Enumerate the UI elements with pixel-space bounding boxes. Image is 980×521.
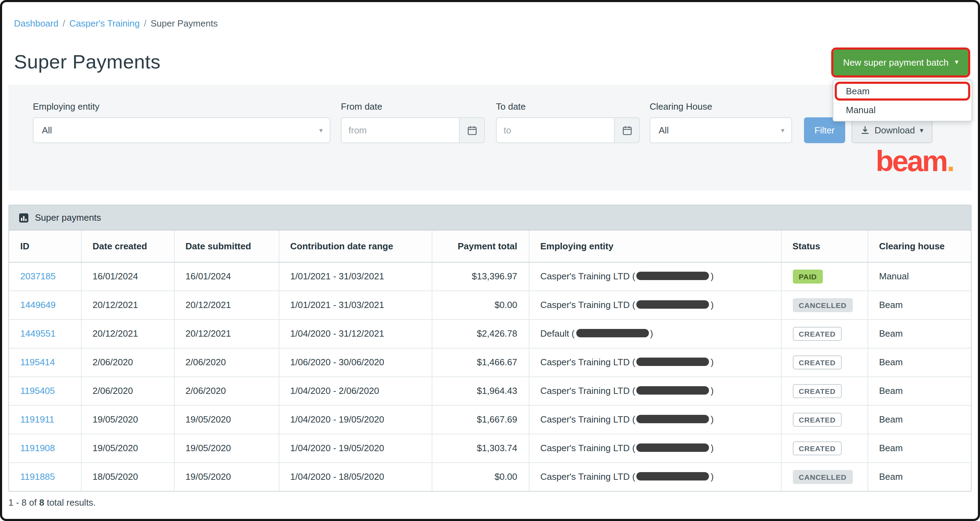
entity-text: Casper's Training LTD (: [540, 443, 635, 453]
cell-clearing-house: Beam: [867, 405, 971, 434]
cell-date-submitted: 19/05/2020: [174, 462, 279, 491]
col-header-contribution-range: Contribution date range: [279, 230, 432, 262]
payment-id-link[interactable]: 1195414: [20, 357, 55, 367]
new-batch-dropdown-menu: Beam Manual: [833, 79, 972, 121]
breadcrumb-separator: /: [144, 18, 146, 29]
payment-id-link[interactable]: 1191911: [20, 414, 54, 425]
breadcrumb: Dashboard/Casper's Training/Super Paymen…: [0, 0, 980, 29]
status-badge: CREATED: [792, 441, 842, 455]
from-date-input[interactable]: [341, 118, 459, 143]
table-panel-title: Super payments: [35, 212, 101, 223]
breadcrumb-separator: /: [62, 18, 65, 29]
col-header-date-submitted: Date submitted: [174, 230, 279, 262]
table-row: 1449649 20/12/2021 20/12/2021 1/01/2021 …: [9, 291, 971, 319]
clearing-house-value: All: [659, 125, 669, 135]
status-badge: CREATED: [792, 412, 842, 426]
results-total-count: 8: [39, 497, 44, 508]
breadcrumb-link-caspers-training[interactable]: Casper's Training: [69, 18, 140, 29]
cell-clearing-house: Beam: [867, 434, 971, 462]
filter-button[interactable]: Filter: [804, 118, 845, 143]
table-row: 1191911 19/05/2020 19/05/2020 1/04/2020 …: [9, 405, 971, 434]
chevron-down-icon: ▾: [955, 59, 958, 66]
redaction-bar: [637, 415, 710, 423]
entity-text-suffix: ): [711, 472, 714, 482]
payment-id-link[interactable]: 1449649: [20, 300, 56, 310]
cell-contribution-range: 1/04/2020 - 19/05/2020: [279, 405, 432, 434]
results-summary-prefix: 1 - 8 of: [8, 497, 37, 508]
employing-entity-select[interactable]: All ▾: [33, 118, 330, 143]
breadcrumb-link-dashboard[interactable]: Dashboard: [14, 18, 58, 29]
cell-date-submitted: 19/05/2020: [174, 405, 279, 434]
cell-employing-entity: Casper's Training LTD (): [529, 434, 781, 462]
menu-item-beam[interactable]: Beam: [833, 81, 972, 100]
from-date-label: From date: [341, 101, 382, 112]
status-badge: CREATED: [792, 384, 842, 398]
cell-clearing-house: Manual: [867, 262, 971, 291]
col-header-clearing-house: Clearing house: [867, 230, 971, 262]
table-header-row: ID Date created Date submitted Contribut…: [9, 230, 971, 262]
redaction-bar: [637, 300, 710, 309]
download-button[interactable]: Download ▾: [851, 118, 932, 143]
redaction-bar: [637, 272, 710, 280]
results-summary: 1 - 8 of 8 total results.: [8, 497, 980, 508]
from-date-calendar-button[interactable]: [459, 118, 485, 143]
cell-clearing-house: Beam: [867, 348, 971, 376]
status-badge: PAID: [792, 269, 823, 283]
cell-date-created: 2/06/2020: [81, 348, 174, 376]
page: Dashboard/Casper's Training/Super Paymen…: [0, 0, 980, 521]
cell-payment-total: $13,396.97: [432, 262, 529, 291]
new-super-payment-batch-button[interactable]: New super payment batch ▾: [833, 49, 968, 75]
new-batch-button-label: New super payment batch: [843, 57, 948, 67]
cell-status: CREATED: [781, 434, 867, 462]
entity-text-suffix: ): [711, 386, 714, 396]
cell-contribution-range: 1/01/2021 - 31/03/2021: [279, 262, 432, 291]
payment-id-link[interactable]: 1195405: [20, 386, 55, 396]
col-header-id: ID: [9, 230, 81, 262]
clearing-house-label: Clearing House: [650, 101, 712, 112]
cell-payment-total: $1,466.67: [432, 348, 529, 376]
cell-employing-entity: Casper's Training LTD (): [529, 405, 781, 434]
entity-text-suffix: ): [711, 271, 714, 281]
to-date-input[interactable]: [496, 118, 614, 143]
cell-payment-total: $0.00: [432, 291, 529, 319]
status-badge: CREATED: [792, 355, 842, 369]
entity-text-suffix: ): [711, 414, 714, 425]
cell-employing-entity: Default (): [529, 319, 781, 348]
table-row: 1195405 2/06/2020 2/06/2020 1/04/2020 - …: [9, 376, 971, 405]
menu-item-manual[interactable]: Manual: [833, 100, 972, 119]
entity-text: Casper's Training LTD (: [540, 472, 635, 482]
select-caret-icon: ▾: [319, 127, 323, 134]
cell-payment-total: $1,303.74: [432, 434, 529, 462]
payment-id-link[interactable]: 2037185: [20, 271, 56, 281]
entity-text: Casper's Training LTD (: [540, 300, 635, 310]
cell-employing-entity: Casper's Training LTD (): [529, 348, 781, 376]
download-icon: [861, 126, 870, 135]
clearing-house-select[interactable]: All ▾: [650, 118, 792, 143]
to-date-label: To date: [496, 101, 526, 112]
super-payments-table-panel: Super payments ID Date created Date subm…: [8, 205, 972, 492]
filter-panel: Employing entity All ▾ From date To date: [8, 84, 972, 191]
cell-status: PAID: [781, 262, 867, 291]
to-date-calendar-button[interactable]: [614, 118, 640, 143]
cell-payment-total: $1,667.69: [432, 405, 529, 434]
redaction-bar: [576, 329, 649, 337]
cell-status: CREATED: [781, 376, 867, 405]
cell-status: CREATED: [781, 319, 867, 348]
entity-text: Casper's Training LTD (: [540, 386, 635, 396]
cell-date-created: 20/12/2021: [81, 291, 174, 319]
breadcrumb-current: Super Payments: [151, 18, 218, 29]
table-panel-header: Super payments: [9, 205, 971, 230]
payment-id-link[interactable]: 1449551: [20, 328, 56, 339]
cell-contribution-range: 1/04/2020 - 31/12/2021: [279, 319, 432, 348]
entity-text: Casper's Training LTD (: [540, 414, 635, 425]
chevron-down-icon: ▾: [920, 127, 923, 134]
status-badge: CANCELLED: [792, 298, 853, 312]
calendar-icon: [467, 125, 477, 135]
cell-contribution-range: 1/06/2020 - 30/06/2020: [279, 348, 432, 376]
payment-id-link[interactable]: 1191908: [20, 443, 55, 453]
cell-status: CANCELLED: [781, 462, 867, 491]
page-title: Super Payments: [14, 51, 161, 73]
payment-id-link[interactable]: 1191885: [20, 472, 55, 482]
status-badge: CANCELLED: [792, 470, 853, 484]
cell-date-created: 18/05/2020: [81, 462, 174, 491]
